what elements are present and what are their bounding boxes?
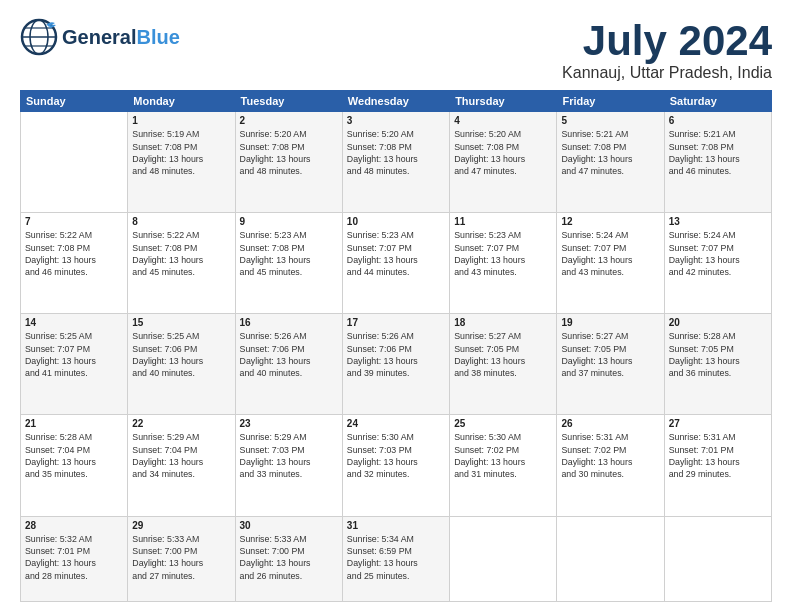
calendar-cell: 19Sunrise: 5:27 AMSunset: 7:05 PMDayligh… xyxy=(557,314,664,415)
day-number: 31 xyxy=(347,520,445,531)
day-info: Sunrise: 5:23 AMSunset: 7:08 PMDaylight:… xyxy=(240,229,338,278)
day-info: Sunrise: 5:24 AMSunset: 7:07 PMDaylight:… xyxy=(669,229,767,278)
calendar-cell: 11Sunrise: 5:23 AMSunset: 7:07 PMDayligh… xyxy=(450,213,557,314)
day-info: Sunrise: 5:28 AMSunset: 7:04 PMDaylight:… xyxy=(25,431,123,480)
calendar-cell: 30Sunrise: 5:33 AMSunset: 7:00 PMDayligh… xyxy=(235,516,342,601)
day-info: Sunrise: 5:23 AMSunset: 7:07 PMDaylight:… xyxy=(347,229,445,278)
calendar-page: GeneralBlue July 2024 Kannauj, Uttar Pra… xyxy=(0,0,792,612)
calendar-week-row: 14Sunrise: 5:25 AMSunset: 7:07 PMDayligh… xyxy=(21,314,772,415)
logo-text: GeneralBlue xyxy=(62,26,180,48)
day-number: 7 xyxy=(25,216,123,227)
calendar-cell: 22Sunrise: 5:29 AMSunset: 7:04 PMDayligh… xyxy=(128,415,235,516)
calendar-cell: 13Sunrise: 5:24 AMSunset: 7:07 PMDayligh… xyxy=(664,213,771,314)
calendar-cell: 2Sunrise: 5:20 AMSunset: 7:08 PMDaylight… xyxy=(235,112,342,213)
calendar-cell: 20Sunrise: 5:28 AMSunset: 7:05 PMDayligh… xyxy=(664,314,771,415)
calendar-week-row: 7Sunrise: 5:22 AMSunset: 7:08 PMDaylight… xyxy=(21,213,772,314)
day-number: 19 xyxy=(561,317,659,328)
calendar-cell: 14Sunrise: 5:25 AMSunset: 7:07 PMDayligh… xyxy=(21,314,128,415)
calendar-day-header: Tuesday xyxy=(235,91,342,112)
day-number: 10 xyxy=(347,216,445,227)
day-number: 12 xyxy=(561,216,659,227)
day-number: 5 xyxy=(561,115,659,126)
location: Kannauj, Uttar Pradesh, India xyxy=(562,64,772,82)
day-number: 2 xyxy=(240,115,338,126)
logo-globe-icon xyxy=(20,18,58,56)
calendar-cell: 12Sunrise: 5:24 AMSunset: 7:07 PMDayligh… xyxy=(557,213,664,314)
calendar-cell: 5Sunrise: 5:21 AMSunset: 7:08 PMDaylight… xyxy=(557,112,664,213)
day-number: 8 xyxy=(132,216,230,227)
calendar-cell: 8Sunrise: 5:22 AMSunset: 7:08 PMDaylight… xyxy=(128,213,235,314)
day-info: Sunrise: 5:20 AMSunset: 7:08 PMDaylight:… xyxy=(240,128,338,177)
day-info: Sunrise: 5:33 AMSunset: 7:00 PMDaylight:… xyxy=(240,533,338,582)
day-info: Sunrise: 5:27 AMSunset: 7:05 PMDaylight:… xyxy=(561,330,659,379)
calendar-cell: 29Sunrise: 5:33 AMSunset: 7:00 PMDayligh… xyxy=(128,516,235,601)
calendar-cell: 23Sunrise: 5:29 AMSunset: 7:03 PMDayligh… xyxy=(235,415,342,516)
day-number: 26 xyxy=(561,418,659,429)
day-info: Sunrise: 5:20 AMSunset: 7:08 PMDaylight:… xyxy=(454,128,552,177)
calendar-cell: 7Sunrise: 5:22 AMSunset: 7:08 PMDaylight… xyxy=(21,213,128,314)
calendar-cell: 26Sunrise: 5:31 AMSunset: 7:02 PMDayligh… xyxy=(557,415,664,516)
calendar-cell: 6Sunrise: 5:21 AMSunset: 7:08 PMDaylight… xyxy=(664,112,771,213)
day-info: Sunrise: 5:28 AMSunset: 7:05 PMDaylight:… xyxy=(669,330,767,379)
header-right: July 2024 Kannauj, Uttar Pradesh, India xyxy=(562,18,772,82)
logo: GeneralBlue xyxy=(20,18,180,56)
day-number: 4 xyxy=(454,115,552,126)
day-info: Sunrise: 5:20 AMSunset: 7:08 PMDaylight:… xyxy=(347,128,445,177)
calendar-cell xyxy=(21,112,128,213)
day-info: Sunrise: 5:26 AMSunset: 7:06 PMDaylight:… xyxy=(240,330,338,379)
calendar-day-header: Thursday xyxy=(450,91,557,112)
calendar-week-row: 1Sunrise: 5:19 AMSunset: 7:08 PMDaylight… xyxy=(21,112,772,213)
day-number: 27 xyxy=(669,418,767,429)
day-number: 14 xyxy=(25,317,123,328)
calendar-header-row: SundayMondayTuesdayWednesdayThursdayFrid… xyxy=(21,91,772,112)
calendar-day-header: Friday xyxy=(557,91,664,112)
calendar-day-header: Saturday xyxy=(664,91,771,112)
calendar-cell: 25Sunrise: 5:30 AMSunset: 7:02 PMDayligh… xyxy=(450,415,557,516)
day-info: Sunrise: 5:21 AMSunset: 7:08 PMDaylight:… xyxy=(669,128,767,177)
day-number: 6 xyxy=(669,115,767,126)
month-title: July 2024 xyxy=(562,18,772,64)
day-number: 25 xyxy=(454,418,552,429)
day-number: 20 xyxy=(669,317,767,328)
day-number: 28 xyxy=(25,520,123,531)
day-number: 29 xyxy=(132,520,230,531)
calendar-cell xyxy=(557,516,664,601)
day-number: 3 xyxy=(347,115,445,126)
day-info: Sunrise: 5:23 AMSunset: 7:07 PMDaylight:… xyxy=(454,229,552,278)
calendar-cell: 18Sunrise: 5:27 AMSunset: 7:05 PMDayligh… xyxy=(450,314,557,415)
calendar-cell xyxy=(664,516,771,601)
calendar-cell: 9Sunrise: 5:23 AMSunset: 7:08 PMDaylight… xyxy=(235,213,342,314)
day-info: Sunrise: 5:26 AMSunset: 7:06 PMDaylight:… xyxy=(347,330,445,379)
calendar-cell: 10Sunrise: 5:23 AMSunset: 7:07 PMDayligh… xyxy=(342,213,449,314)
calendar-cell: 31Sunrise: 5:34 AMSunset: 6:59 PMDayligh… xyxy=(342,516,449,601)
calendar-week-row: 28Sunrise: 5:32 AMSunset: 7:01 PMDayligh… xyxy=(21,516,772,601)
calendar-day-header: Wednesday xyxy=(342,91,449,112)
day-info: Sunrise: 5:32 AMSunset: 7:01 PMDaylight:… xyxy=(25,533,123,582)
day-number: 22 xyxy=(132,418,230,429)
calendar-cell: 24Sunrise: 5:30 AMSunset: 7:03 PMDayligh… xyxy=(342,415,449,516)
day-number: 1 xyxy=(132,115,230,126)
day-info: Sunrise: 5:33 AMSunset: 7:00 PMDaylight:… xyxy=(132,533,230,582)
calendar-cell: 3Sunrise: 5:20 AMSunset: 7:08 PMDaylight… xyxy=(342,112,449,213)
calendar-table: SundayMondayTuesdayWednesdayThursdayFrid… xyxy=(20,90,772,602)
day-info: Sunrise: 5:29 AMSunset: 7:03 PMDaylight:… xyxy=(240,431,338,480)
day-info: Sunrise: 5:31 AMSunset: 7:02 PMDaylight:… xyxy=(561,431,659,480)
day-info: Sunrise: 5:22 AMSunset: 7:08 PMDaylight:… xyxy=(132,229,230,278)
day-info: Sunrise: 5:30 AMSunset: 7:03 PMDaylight:… xyxy=(347,431,445,480)
day-info: Sunrise: 5:24 AMSunset: 7:07 PMDaylight:… xyxy=(561,229,659,278)
day-number: 11 xyxy=(454,216,552,227)
calendar-cell: 27Sunrise: 5:31 AMSunset: 7:01 PMDayligh… xyxy=(664,415,771,516)
calendar-cell: 4Sunrise: 5:20 AMSunset: 7:08 PMDaylight… xyxy=(450,112,557,213)
day-info: Sunrise: 5:19 AMSunset: 7:08 PMDaylight:… xyxy=(132,128,230,177)
day-number: 30 xyxy=(240,520,338,531)
calendar-day-header: Monday xyxy=(128,91,235,112)
calendar-cell: 21Sunrise: 5:28 AMSunset: 7:04 PMDayligh… xyxy=(21,415,128,516)
day-info: Sunrise: 5:25 AMSunset: 7:07 PMDaylight:… xyxy=(25,330,123,379)
day-info: Sunrise: 5:21 AMSunset: 7:08 PMDaylight:… xyxy=(561,128,659,177)
calendar-cell: 15Sunrise: 5:25 AMSunset: 7:06 PMDayligh… xyxy=(128,314,235,415)
calendar-cell: 1Sunrise: 5:19 AMSunset: 7:08 PMDaylight… xyxy=(128,112,235,213)
calendar-week-row: 21Sunrise: 5:28 AMSunset: 7:04 PMDayligh… xyxy=(21,415,772,516)
day-info: Sunrise: 5:34 AMSunset: 6:59 PMDaylight:… xyxy=(347,533,445,582)
day-number: 21 xyxy=(25,418,123,429)
day-info: Sunrise: 5:22 AMSunset: 7:08 PMDaylight:… xyxy=(25,229,123,278)
